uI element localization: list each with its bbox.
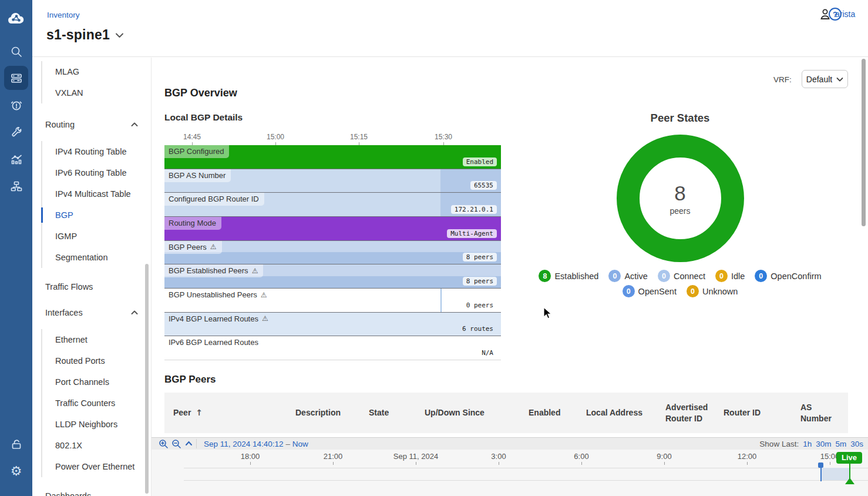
sidebar-item-traffic-flows[interactable]: Traffic Flows (32, 274, 151, 300)
sidebar-item-bgp[interactable]: BGP (42, 205, 151, 226)
col-peer[interactable]: Peer↑ (173, 407, 295, 418)
app-rail: ⚙ (0, 0, 32, 496)
row-bgp-established-peers: BGP Established Peers⚠ 8 peers (164, 264, 501, 289)
col-enabled[interactable]: Enabled (529, 407, 586, 418)
row-routing-mode: Routing Mode Multi-Agent (164, 217, 501, 241)
bgp-peers-table: Peer↑ Description State Up/Down Since En… (164, 393, 848, 433)
vrf-label: VRF: (773, 75, 792, 84)
row-bgp-unestablished-peers: BGP Unestablished Peers⚠ 0 peers (164, 289, 501, 313)
sidebar-item-ethernet[interactable]: Ethernet (42, 329, 151, 350)
cloud-logo-icon (6, 12, 26, 26)
legend-connect[interactable]: 0Connect (658, 270, 705, 282)
col-advertised-router-id[interactable]: Advertised Router ID (665, 402, 724, 423)
search-icon[interactable] (0, 39, 32, 65)
col-updown-since[interactable]: Up/Down Since (425, 407, 529, 418)
sidebar-item-igmp[interactable]: IGMP (42, 226, 151, 247)
chevron-up-icon (131, 122, 138, 127)
provisioning-icon[interactable] (0, 119, 32, 145)
bgp-peers-table-header: Peer↑ Description State Up/Down Since En… (164, 393, 848, 433)
sidebar-item-dashboards[interactable]: Dashboards (32, 483, 151, 496)
sidebar-item-lldp-neighbors[interactable]: LLDP Neighbors (42, 414, 151, 435)
user-icon (818, 7, 832, 21)
legend-idle[interactable]: 0Idle (715, 270, 745, 282)
breadcrumb[interactable]: Inventory (47, 11, 80, 19)
local-bgp-details-title: Local BGP Details (164, 112, 243, 123)
sort-asc-icon: ↑ (196, 407, 203, 418)
row-bgp-configured: BGP Configured Enabled (164, 145, 501, 169)
peer-states-legend: 8Established 0Active 0Connect 0Idle 0Ope… (511, 270, 849, 297)
page-header: Inventory s1-spine1 ? arista (32, 0, 868, 57)
collapse-timeline-icon[interactable] (184, 439, 194, 449)
sidebar-item-mlag[interactable]: MLAG (42, 61, 151, 82)
time-range-picker[interactable]: Sep 11, 2024 14:40:12 – Now (204, 440, 308, 448)
settings-gear-icon[interactable]: ⚙ (0, 458, 32, 484)
devices-icon[interactable] (0, 65, 32, 91)
sidebar-item-8021x[interactable]: 802.1X (42, 435, 151, 456)
col-description[interactable]: Description (295, 407, 369, 418)
col-local-address[interactable]: Local Address (586, 407, 665, 418)
col-state[interactable]: State (369, 407, 425, 418)
cloudvision-logo[interactable] (0, 6, 32, 32)
local-details-time-axis: 14:45 15:00 15:15 15:30 (164, 133, 501, 145)
show-last-30s[interactable]: 30s (850, 440, 863, 448)
timeline-start-marker-handle[interactable] (818, 463, 823, 468)
legend-opensent[interactable]: 0OpenSent (623, 285, 677, 297)
chevron-down-icon (836, 77, 843, 82)
legend-established[interactable]: 8Established (539, 270, 598, 282)
warning-icon: ⚠ (262, 314, 268, 323)
sidebar-item-routed-ports[interactable]: Routed Ports (42, 350, 151, 371)
bgp-peers-title: BGP Peers (164, 374, 216, 386)
events-icon[interactable] (0, 92, 32, 118)
row-ipv4-bgp-learned-routes: IPv4 BGP Learned Routes⚠ 6 routes (164, 313, 501, 337)
sidebar-item-port-channels[interactable]: Port Channels (42, 371, 151, 393)
warning-icon: ⚠ (210, 243, 217, 251)
zoom-out-icon[interactable] (171, 439, 181, 449)
sidebar-item-segmentation[interactable]: Segmentation (42, 247, 151, 268)
lock-icon[interactable] (0, 431, 32, 457)
show-last-30m[interactable]: 30m (816, 440, 831, 448)
live-badge[interactable]: Live (836, 452, 862, 464)
peer-states-card: Peer States 8 peers 8Established 0Active… (511, 112, 849, 297)
show-last-1h[interactable]: 1h (803, 440, 812, 448)
zoom-in-icon[interactable] (159, 439, 169, 449)
warning-icon: ⚠ (261, 291, 267, 299)
row-bgp-as-number: BGP AS Number 65535 (164, 169, 501, 193)
metrics-icon[interactable] (0, 146, 32, 172)
row-ipv6-bgp-learned-routes: IPv6 BGP Learned Routes N/A (164, 336, 501, 360)
global-timeline-bar: Sep 11, 2024 14:40:12 – Now Show Last: 1… (152, 437, 868, 496)
chevron-up-icon (131, 310, 138, 315)
user-menu[interactable]: arista (818, 7, 855, 21)
col-as-number[interactable]: AS Number (800, 402, 848, 423)
sidebar-section-routing[interactable]: Routing (32, 112, 151, 138)
sidebar-item-ipv4-multicast-table[interactable]: IPv4 Multicast Table (42, 183, 151, 205)
sidebar-scrollbar[interactable] (145, 264, 149, 494)
vrf-select[interactable]: Default (802, 70, 848, 88)
peer-states-donut: 8 peers (617, 135, 744, 262)
device-sidebar: MLAG VXLAN Routing IPv4 Routing Table IP… (32, 58, 152, 496)
sidebar-item-ipv4-routing-table[interactable]: IPv4 Routing Table (42, 141, 151, 162)
legend-active[interactable]: 0Active (608, 270, 648, 282)
show-last-5m[interactable]: 5m (835, 440, 846, 448)
row-configured-bgp-router-id: Configured BGP Router ID 172.21.0.1 (164, 193, 501, 217)
chevron-down-icon (115, 32, 124, 38)
sidebar-item-ipv6-routing-table[interactable]: IPv6 Routing Table (42, 162, 151, 183)
legend-openconfirm[interactable]: 0OpenConfirm (755, 270, 821, 282)
sidebar-item-vxlan[interactable]: VXLAN (42, 82, 151, 103)
col-router-id[interactable]: Router ID (724, 407, 800, 418)
peer-states-title: Peer States (511, 112, 849, 125)
bgp-overview-panel: VRF: Default BGP Overview Local BGP Deta… (152, 58, 868, 496)
show-last-controls: Show Last: 1h 30m 5m 30s (759, 440, 863, 448)
device-title-dropdown[interactable]: s1-spine1 (46, 27, 124, 43)
content-scrollbar[interactable] (862, 59, 866, 226)
live-marker-arrow (845, 478, 854, 484)
sidebar-section-interfaces[interactable]: Interfaces (32, 300, 151, 326)
row-bgp-peers: BGP Peers⚠ 8 peers (164, 241, 501, 265)
local-bgp-details-chart: BGP Configured Enabled BGP AS Number 655… (164, 145, 501, 360)
sidebar-item-traffic-counters[interactable]: Traffic Counters (42, 393, 151, 414)
sidebar-item-power-over-ethernet[interactable]: Power Over Ethernet (42, 456, 151, 477)
device-title: s1-spine1 (46, 27, 110, 43)
legend-unknown[interactable]: 0Unknown (687, 285, 738, 297)
user-name: arista (835, 9, 855, 19)
topology-icon[interactable] (0, 173, 32, 199)
show-last-label: Show Last: (759, 440, 799, 448)
